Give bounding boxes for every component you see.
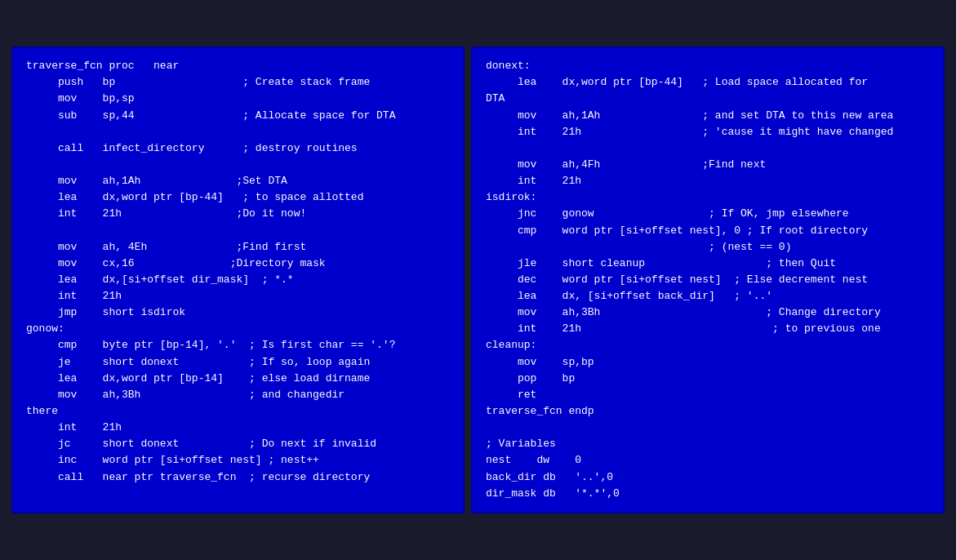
right-code-panel: donext: lea dx,word ptr [bp-44] ; Load s…: [471, 47, 945, 513]
left-code-panel: traverse_fcn proc near push bp ; Create …: [11, 47, 465, 513]
main-container: traverse_fcn proc near push bp ; Create …: [3, 38, 953, 522]
